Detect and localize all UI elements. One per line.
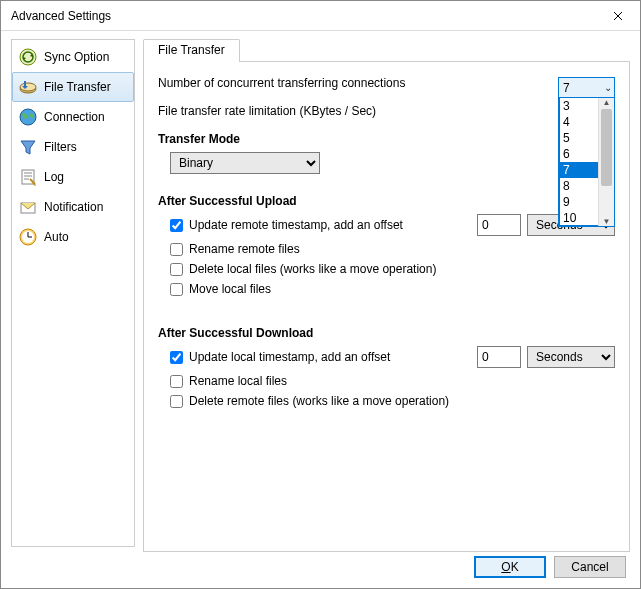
upload-delete-local-label: Delete local files (works like a move op… (189, 262, 436, 276)
upload-update-timestamp-checkbox[interactable] (170, 219, 183, 232)
concurrent-connections-label: Number of concurrent transferring connec… (158, 76, 615, 90)
upload-offset-input[interactable] (477, 214, 521, 236)
log-icon (18, 167, 38, 187)
tab-file-transfer[interactable]: File Transfer (143, 39, 240, 62)
sidebar-item-label: Filters (44, 140, 77, 154)
chevron-down-icon: ⌄ (604, 82, 612, 93)
sidebar-item-log[interactable]: Log (12, 162, 134, 192)
download-delete-remote-label: Delete remote files (works like a move o… (189, 394, 449, 408)
upload-rename-remote-checkbox[interactable] (170, 243, 183, 256)
concurrent-option[interactable]: 7 (559, 162, 598, 178)
sidebar-item-label: File Transfer (44, 80, 111, 94)
globe-icon (18, 107, 38, 127)
scroll-up-icon[interactable]: ▲ (603, 98, 611, 107)
sidebar-item-label: Notification (44, 200, 103, 214)
download-delete-remote-checkbox[interactable] (170, 395, 183, 408)
svg-point-2 (20, 83, 36, 91)
sidebar-item-auto[interactable]: Auto (12, 222, 134, 252)
sync-icon (18, 47, 38, 67)
concurrent-options-list: 3 4 5 6 7 8 9 10 (559, 98, 598, 226)
concurrent-connections-dropdown[interactable]: 7 ⌄ 3 4 5 6 7 8 9 10 ▲ (558, 77, 615, 227)
dialog-body: Sync Option File Transfer Connection Fil… (1, 31, 640, 547)
upload-delete-local-checkbox[interactable] (170, 263, 183, 276)
sidebar-item-label: Log (44, 170, 64, 184)
upload-update-timestamp-label: Update remote timestamp, add an offset (189, 218, 471, 232)
concurrent-selected-value: 7 (563, 81, 570, 95)
sidebar-item-file-transfer[interactable]: File Transfer (12, 72, 134, 102)
download-rename-local-label: Rename local files (189, 374, 287, 388)
rate-limit-label: File transfer rate limitation (KBytes / … (158, 104, 615, 118)
tab-panel: Number of concurrent transferring connec… (143, 62, 630, 552)
title-bar: Advanced Settings (1, 1, 640, 31)
concurrent-option[interactable]: 8 (559, 178, 598, 194)
scrollbar-thumb[interactable] (601, 109, 612, 186)
dropdown-scrollbar[interactable]: ▲ ▼ (598, 98, 614, 226)
transfer-mode-select[interactable]: Binary (170, 152, 320, 174)
row-concurrent: Number of concurrent transferring connec… (158, 76, 615, 90)
sidebar-item-label: Connection (44, 110, 105, 124)
scroll-down-icon[interactable]: ▼ (603, 217, 611, 226)
concurrent-option[interactable]: 4 (559, 114, 598, 130)
download-update-timestamp-checkbox[interactable] (170, 351, 183, 364)
drive-transfer-icon (18, 77, 38, 97)
sidebar-item-notification[interactable]: Notification (12, 192, 134, 222)
settings-sidebar: Sync Option File Transfer Connection Fil… (11, 39, 135, 547)
concurrent-option[interactable]: 3 (559, 98, 598, 114)
download-offset-unit-select[interactable]: Seconds (527, 346, 615, 368)
dialog-footer: OK Cancel (1, 547, 640, 587)
download-update-timestamp-label: Update local timestamp, add an offset (189, 350, 471, 364)
ok-button[interactable]: OK (474, 556, 546, 578)
window-title: Advanced Settings (11, 9, 595, 23)
upload-rename-remote-label: Rename remote files (189, 242, 300, 256)
concurrent-option[interactable]: 10 (559, 210, 598, 226)
funnel-icon (18, 137, 38, 157)
envelope-icon (18, 197, 38, 217)
upload-move-local-checkbox[interactable] (170, 283, 183, 296)
tab-strip: File Transfer (143, 39, 630, 62)
sidebar-item-filters[interactable]: Filters (12, 132, 134, 162)
after-upload-head: After Successful Upload (158, 194, 615, 208)
svg-point-3 (20, 109, 36, 125)
tab-label: File Transfer (158, 43, 225, 57)
concurrent-option[interactable]: 6 (559, 146, 598, 162)
concurrent-option[interactable]: 5 (559, 130, 598, 146)
transfer-mode-head: Transfer Mode (158, 132, 615, 146)
upload-move-local-label: Move local files (189, 282, 271, 296)
content-area: File Transfer Number of concurrent trans… (143, 39, 630, 547)
clock-icon (18, 227, 38, 247)
window-close-button[interactable] (595, 1, 640, 30)
sidebar-item-label: Auto (44, 230, 69, 244)
close-icon (613, 11, 623, 21)
sidebar-item-connection[interactable]: Connection (12, 102, 134, 132)
after-download-head: After Successful Download (158, 326, 615, 340)
concurrent-option[interactable]: 9 (559, 194, 598, 210)
row-rate-limit: File transfer rate limitation (KBytes / … (158, 104, 615, 118)
sidebar-item-sync-option[interactable]: Sync Option (12, 42, 134, 72)
sidebar-item-label: Sync Option (44, 50, 109, 64)
cancel-button[interactable]: Cancel (554, 556, 626, 578)
download-offset-input[interactable] (477, 346, 521, 368)
download-rename-local-checkbox[interactable] (170, 375, 183, 388)
